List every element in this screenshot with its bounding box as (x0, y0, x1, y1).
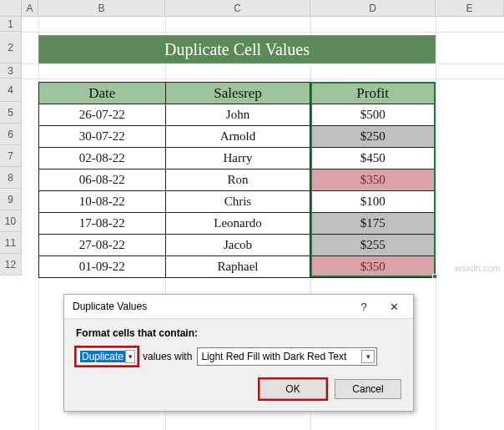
duplicate-mode-select[interactable]: Duplicate ▾ (76, 347, 138, 366)
col-header-e[interactable]: E (436, 0, 504, 16)
cell-salesrep[interactable]: John (165, 104, 310, 126)
col-header-d[interactable]: D (310, 0, 436, 16)
cell-profit[interactable]: $100 (310, 191, 436, 213)
row-header-3[interactable]: 3 (0, 63, 22, 78)
row-header-8[interactable]: 8 (0, 167, 22, 189)
help-button[interactable]: ? (350, 297, 378, 316)
cell-salesrep[interactable]: Ron (165, 169, 310, 191)
cell-profit[interactable]: $450 (310, 148, 436, 169)
format-style-value: Light Red Fill with Dark Red Text (201, 351, 346, 362)
cancel-button[interactable]: Cancel (335, 379, 401, 399)
header-date[interactable]: Date (39, 83, 166, 104)
cell-salesrep[interactable]: Leonardo (165, 213, 310, 235)
col-header-a[interactable]: A (22, 0, 38, 16)
table-row: 30-07-22Arnold$250 (39, 126, 436, 148)
column-headers: A B C D E (0, 0, 504, 17)
cell-date[interactable]: 30-07-22 (39, 126, 166, 148)
cell-date[interactable]: 27-08-22 (39, 235, 166, 256)
cell-profit[interactable]: $250 (310, 126, 436, 148)
cell-salesrep[interactable]: Jacob (165, 235, 310, 256)
row-header-2[interactable]: 2 (0, 32, 22, 63)
table-header-row: Date Salesrep Profit (39, 83, 436, 104)
row-header-10[interactable]: 10 (0, 210, 22, 232)
cell-salesrep[interactable]: Harry (165, 148, 310, 169)
format-style-select[interactable]: Light Red Fill with Dark Red Text ▾ (197, 347, 377, 366)
ok-button[interactable]: OK (260, 379, 326, 399)
cell-salesrep[interactable]: Arnold (165, 126, 310, 148)
cell-salesrep[interactable]: Chris (165, 191, 310, 213)
cell-profit[interactable]: $255 (310, 235, 436, 256)
cell-profit[interactable]: $350 (310, 256, 436, 278)
row-header-11[interactable]: 11 (0, 232, 22, 254)
data-table: Date Salesrep Profit 26-07-22John$50030-… (38, 82, 436, 278)
cell-profit[interactable]: $350 (310, 169, 436, 191)
cell-date[interactable]: 17-08-22 (39, 213, 166, 235)
dialog-titlebar[interactable]: Duplicate Values ? ✕ (64, 295, 413, 318)
row-headers: 123456789101112 (0, 17, 22, 276)
cell-date[interactable]: 26-07-22 (39, 104, 166, 126)
header-salesrep[interactable]: Salesrep (165, 83, 310, 104)
dialog-button-row: OK Cancel (76, 379, 401, 399)
values-with-label: values with (143, 351, 192, 362)
table-row: 02-08-22Harry$450 (39, 148, 436, 169)
dialog-body: Format cells that contain: Duplicate ▾ v… (64, 318, 413, 411)
dialog-controls-row: Duplicate ▾ values with Light Red Fill w… (76, 347, 401, 366)
cell-profit[interactable]: $175 (310, 213, 436, 235)
cell-date[interactable]: 06-08-22 (39, 169, 166, 191)
watermark-text: wsxdn.com (455, 263, 501, 273)
cell-profit[interactable]: $500 (310, 104, 436, 126)
row-header-1[interactable]: 1 (0, 17, 22, 32)
select-all-corner[interactable] (0, 0, 22, 16)
table-row: 17-08-22Leonardo$175 (39, 213, 436, 235)
row-header-7[interactable]: 7 (0, 145, 22, 167)
row-header-5[interactable]: 5 (0, 102, 22, 124)
duplicate-mode-value: Duplicate (80, 351, 125, 362)
cell-date[interactable]: 01-09-22 (39, 256, 166, 278)
row-header-9[interactable]: 9 (0, 189, 22, 210)
row-header-4[interactable]: 4 (0, 78, 22, 102)
row-header-6[interactable]: 6 (0, 124, 22, 145)
duplicate-values-dialog: Duplicate Values ? ✕ Format cells that c… (63, 294, 414, 412)
table-row: 06-08-22Ron$350 (39, 169, 436, 191)
dialog-body-label: Format cells that contain: (76, 327, 401, 339)
table-row: 10-08-22Chris$100 (39, 191, 436, 213)
col-header-c[interactable]: C (165, 0, 310, 16)
cell-salesrep[interactable]: Raphael (165, 256, 310, 278)
title-cell[interactable]: Duplicate Cell Values (38, 35, 436, 63)
header-profit[interactable]: Profit (310, 83, 436, 104)
cell-date[interactable]: 10-08-22 (39, 191, 166, 213)
chevron-down-icon: ▾ (125, 350, 135, 363)
row-header-12[interactable]: 12 (0, 254, 22, 276)
table-row: 01-09-22Raphael$350 (39, 256, 436, 278)
chevron-down-icon: ▾ (361, 350, 375, 363)
table-row: 26-07-22John$500 (39, 104, 436, 126)
cell-date[interactable]: 02-08-22 (39, 148, 166, 169)
close-button[interactable]: ✕ (380, 297, 408, 316)
table-row: 27-08-22Jacob$255 (39, 235, 436, 256)
col-header-b[interactable]: B (38, 0, 165, 16)
dialog-title: Duplicate Values (73, 301, 147, 312)
